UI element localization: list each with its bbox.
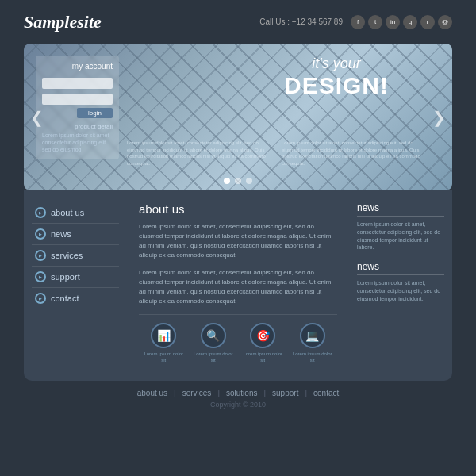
nav-bullet-contact — [35, 293, 46, 304]
footer-nav: about us | services | solutions | suppor… — [137, 389, 340, 397]
my-account-label: my account — [42, 62, 113, 71]
header: Samplesite Call Us : +12 34 567 89 f t i… — [0, 0, 476, 44]
login-button[interactable]: login — [77, 108, 113, 118]
social-icons-group: f t in g r @ — [351, 15, 452, 29]
icon-sub-4: Lorem ipsum dolor sit — [293, 351, 332, 364]
slider-arrow-left[interactable]: ❮ — [30, 108, 44, 127]
social-icon-tw[interactable]: t — [368, 15, 382, 29]
icon-item-4: 💻 Lorem ipsum dolor sit — [293, 323, 332, 364]
footer-link-services[interactable]: services — [182, 389, 212, 397]
nav-label-support: support — [51, 272, 80, 282]
nav-label-news: news — [51, 229, 71, 239]
hero-text-blocks: Lorem ipsum dolor sit amet, consectetur … — [127, 140, 428, 167]
nav-label-about: about us — [51, 208, 84, 217]
slider-dot-2[interactable] — [235, 178, 241, 184]
social-icon-rss[interactable]: r — [420, 15, 435, 29]
news-section-1: news Lorem ipsum dolor sit amet, consect… — [357, 202, 444, 251]
icon-chart[interactable]: 📊 — [151, 323, 176, 348]
footer-link-solutions[interactable]: solutions — [226, 389, 257, 397]
footer-sep-4: | — [305, 389, 307, 397]
icon-item-2: 🔍 Lorem ipsum dolor sit — [194, 323, 233, 364]
nav-item-support[interactable]: support — [32, 267, 119, 288]
footer-sep-2: | — [217, 389, 220, 397]
hero-account-panel: my account login product detail Lorem ip… — [36, 56, 119, 159]
icon-sub-1: Lorem ipsum dolor sit — [144, 351, 183, 364]
right-sidebar: news Lorem ipsum dolor sit amet, consect… — [349, 190, 452, 381]
slider-dot-1[interactable] — [224, 178, 230, 184]
icon-sub-2: Lorem ipsum dolor sit — [194, 351, 233, 364]
icons-row: 📊 Lorem ipsum dolor sit 🔍 Lorem ipsum do… — [139, 314, 337, 368]
header-right: Call Us : +12 34 567 89 f t in g r @ — [259, 15, 452, 29]
news-title-1: news — [357, 202, 444, 217]
hero-text-block-2: Lorem ipsum dolor sit amet, consectetur … — [282, 140, 428, 167]
nav-item-services[interactable]: services — [32, 245, 119, 267]
icon-computer[interactable]: 💻 — [300, 323, 325, 348]
slider-dot-3[interactable] — [246, 178, 252, 184]
nav-item-contact[interactable]: contact — [32, 288, 119, 309]
icon-item-1: 📊 Lorem ipsum dolor sit — [144, 323, 183, 364]
news-section-2: news Lorem ipsum dolor sit amet, consect… — [357, 261, 444, 302]
about-para-2: Lorem ipsum dolor sit amet, consectetur … — [139, 268, 337, 306]
social-icon-in[interactable]: in — [386, 15, 400, 29]
icon-item-3: 🎯 Lorem ipsum dolor sit — [243, 323, 282, 364]
nav-bullet-support — [35, 271, 46, 282]
icon-target[interactable]: 🎯 — [250, 323, 275, 348]
call-us-text: Call Us : +12 34 567 89 — [259, 17, 343, 26]
password-input[interactable] — [42, 94, 113, 105]
footer-link-about[interactable]: about us — [137, 389, 167, 397]
nav-bullet-services — [35, 250, 46, 261]
hero-small-text: Lorem ipsum dolor sit amet consectetur a… — [42, 132, 113, 153]
nav-bullet-about — [35, 207, 46, 218]
site-title: Samplesite — [24, 12, 102, 33]
social-icon-mail[interactable]: @ — [438, 15, 452, 29]
footer-link-support[interactable]: support — [272, 389, 298, 397]
username-input[interactable] — [42, 78, 113, 89]
nav-item-news[interactable]: news — [32, 224, 119, 245]
social-icon-fb[interactable]: f — [351, 15, 365, 29]
icon-search[interactable]: 🔍 — [201, 323, 226, 348]
hero-slider: my account login product detail Lorem ip… — [24, 44, 452, 190]
footer-sep-3: | — [263, 389, 266, 397]
news-text-1: Lorem ipsum dolor sit amet, consectetur … — [357, 221, 444, 251]
center-content: about us Lorem ipsum dolor sit amet, con… — [127, 190, 349, 381]
footer: about us | services | solutions | suppor… — [0, 381, 476, 416]
copyright: Copyright © 2010 — [210, 401, 266, 409]
left-navigation: about us news services support contact — [24, 190, 127, 381]
slider-arrow-right[interactable]: ❯ — [432, 108, 446, 127]
hero-its-your: it's your — [284, 56, 389, 72]
hero-text-block-1: Lorem ipsum dolor sit amet, consectetur … — [127, 140, 274, 167]
about-us-heading: about us — [139, 202, 337, 216]
news-title-2: news — [357, 261, 444, 275]
slider-dots — [224, 178, 252, 184]
social-icon-gplus[interactable]: g — [403, 15, 417, 29]
nav-label-services: services — [51, 251, 83, 260]
footer-link-contact[interactable]: contact — [313, 389, 339, 397]
main-content: about us news services support contact a… — [24, 190, 452, 381]
footer-sep-1: | — [174, 389, 176, 397]
hero-headline: it's your DESIGN! — [284, 56, 389, 99]
nav-bullet-news — [35, 228, 46, 240]
about-para-1: Lorem ipsum dolor sit amet, consectetur … — [139, 222, 337, 260]
nav-item-about[interactable]: about us — [32, 202, 119, 224]
product-detail-link[interactable]: product detail — [42, 123, 113, 130]
news-text-2: Lorem ipsum dolor sit amet, consectetur … — [357, 279, 444, 302]
icon-sub-3: Lorem ipsum dolor sit — [243, 351, 282, 364]
nav-label-contact: contact — [51, 294, 79, 303]
hero-design: DESIGN! — [284, 72, 389, 99]
